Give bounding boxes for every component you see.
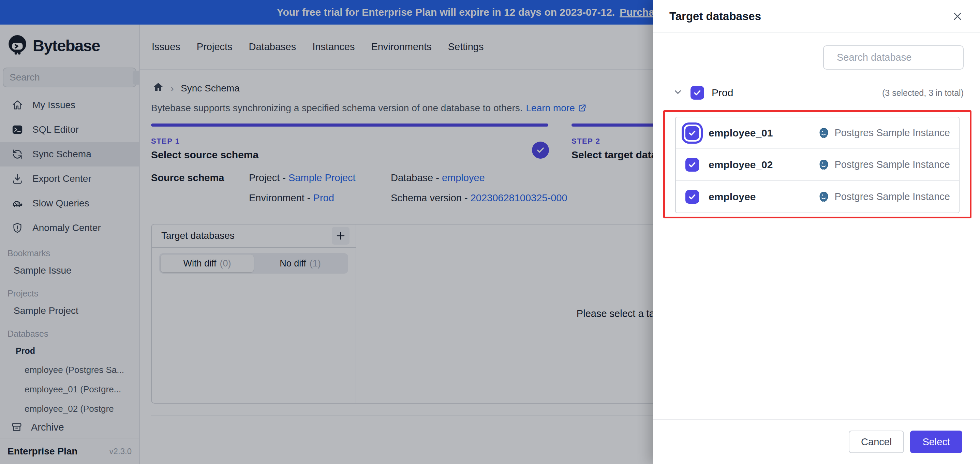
check-icon bbox=[688, 193, 697, 201]
database-search-input[interactable] bbox=[837, 52, 965, 63]
selection-summary: (3 selected, 3 in total) bbox=[882, 88, 964, 98]
employee-02-checkbox[interactable] bbox=[686, 158, 699, 172]
close-icon[interactable] bbox=[950, 9, 965, 24]
select-button[interactable]: Select bbox=[910, 431, 962, 453]
check-icon bbox=[693, 88, 702, 97]
drawer-footer: Cancel Select bbox=[653, 419, 980, 464]
database-instance: Postgres Sample Instance bbox=[818, 159, 950, 171]
database-row-employee-02[interactable]: employee_02 Postgres Sample Instance bbox=[676, 149, 959, 181]
postgres-icon bbox=[818, 127, 830, 139]
database-instance: Postgres Sample Instance bbox=[818, 191, 950, 203]
environment-group-label: Prod bbox=[712, 87, 733, 99]
database-name: employee_02 bbox=[709, 159, 773, 171]
check-icon bbox=[688, 160, 697, 169]
chevron-down-icon[interactable] bbox=[673, 87, 683, 99]
check-icon bbox=[688, 129, 697, 137]
drawer-header: Target databases bbox=[653, 0, 980, 33]
app-screen: Your free trial for Enterprise Plan will… bbox=[0, 0, 980, 464]
postgres-icon bbox=[818, 191, 830, 203]
database-instance: Postgres Sample Instance bbox=[818, 127, 950, 139]
drawer-search-row bbox=[653, 33, 980, 70]
database-list: employee_01 Postgres Sample Instance bbox=[675, 117, 959, 213]
database-name: employee bbox=[709, 191, 756, 203]
drawer-title: Target databases bbox=[669, 10, 761, 23]
database-row-employee-01[interactable]: employee_01 Postgres Sample Instance bbox=[676, 117, 959, 149]
target-databases-drawer: Target databases Prod (3 selected, 3 in … bbox=[653, 0, 980, 464]
database-row-employee[interactable]: employee Postgres Sample Instance bbox=[676, 181, 959, 212]
annotation-highlight-box: employee_01 Postgres Sample Instance bbox=[663, 110, 972, 218]
cancel-button[interactable]: Cancel bbox=[849, 431, 904, 453]
environment-group-row: Prod (3 selected, 3 in total) bbox=[653, 70, 980, 100]
prod-group-checkbox[interactable] bbox=[690, 86, 704, 100]
database-search[interactable] bbox=[823, 45, 964, 70]
employee-01-checkbox[interactable] bbox=[686, 126, 699, 140]
database-name: employee_01 bbox=[709, 127, 773, 139]
postgres-icon bbox=[818, 159, 830, 171]
employee-checkbox[interactable] bbox=[686, 190, 699, 204]
